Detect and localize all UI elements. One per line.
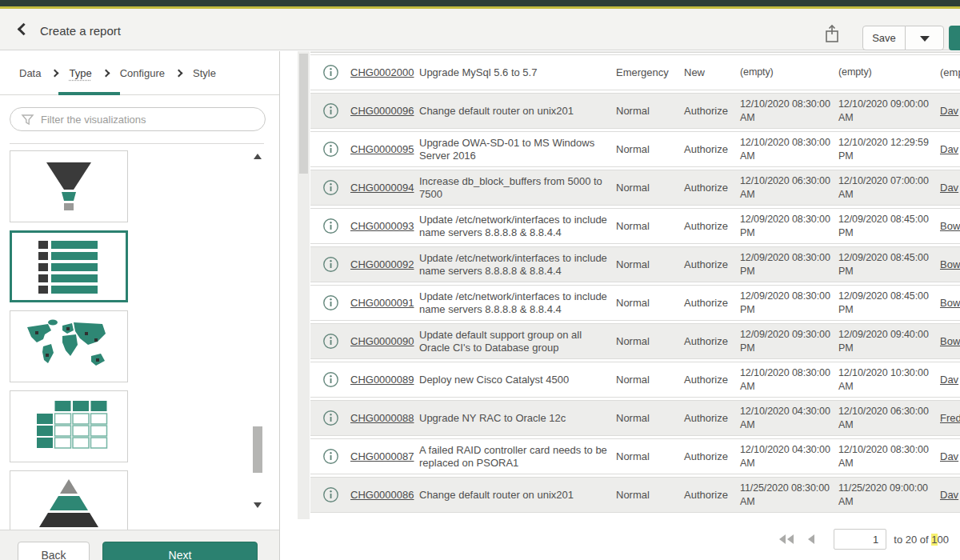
chevron-left-icon [18,23,30,36]
info-icon[interactable] [322,371,339,388]
previous-page-button[interactable] [806,534,814,544]
wizard-steps-row: DataTypeConfigureStyle [0,51,279,95]
assigned-to-link[interactable]: Dav [940,489,958,501]
chevron-right-icon [175,69,183,77]
state-cell: Authorize [684,220,740,232]
scroll-up-icon[interactable] [254,150,262,159]
short-description-cell: Update /etc/network/interfaces to includ… [419,290,616,316]
short-description-cell: Change default router on unix201 [419,489,616,502]
page-number-input[interactable] [834,529,886,550]
preview-scrollbar[interactable] [298,51,310,519]
info-icon[interactable] [322,333,339,350]
scroll-down-icon[interactable] [254,502,262,512]
end-date-cell: 11/25/2020 09:00:00AM [838,482,940,509]
record-number-link[interactable]: CHG0000093 [350,220,414,232]
assigned-to-link[interactable]: Dav [940,143,958,155]
wizard-step-data[interactable]: Data [19,67,41,79]
row-range-label: to 20 of 100 [894,534,949,546]
state-cell: New [684,66,740,78]
record-number-link[interactable]: CHG0000087 [350,450,414,462]
end-date-cell: 12/10/2020 08:30:00AM [838,443,940,470]
state-cell: Authorize [684,412,740,424]
record-number-link[interactable]: CHG0000086 [350,489,414,501]
assigned-to-link[interactable]: Dav [940,105,958,117]
wizard-step-configure[interactable]: Configure [120,67,165,79]
share-button[interactable] [821,23,843,46]
save-button[interactable]: Save [862,26,906,50]
run-button-cropped[interactable] [949,26,960,50]
world-map-icon [21,314,117,378]
assigned-to-link[interactable]: Dav [940,374,958,386]
wizard-next-button[interactable]: Next [102,542,258,560]
chevron-right-icon [102,69,110,77]
clipped-row-above [310,51,960,53]
short-description-cell: Upgrade NY RAC to Oracle 12c [419,412,616,425]
gallery-scrollbar[interactable] [251,148,265,523]
priority-cell: Normal [616,258,684,270]
assigned-to-link[interactable]: Dav [940,450,958,462]
page-header: Create a report Save [0,9,960,50]
back-button[interactable] [13,20,34,41]
previous-page-icon [808,534,814,544]
assigned-to-link[interactable]: Bow [940,258,960,270]
wizard-step-style[interactable]: Style [193,67,216,79]
assigned-to-link[interactable]: Bow [940,220,960,232]
priority-cell: Normal [616,297,684,309]
info-icon[interactable] [322,179,339,196]
browser-top-bar [0,0,960,6]
table-row: CHG0000088Upgrade NY RAC to Oracle 12cNo… [310,400,960,436]
assigned-to-link[interactable]: Fred [940,412,960,424]
wizard-back-button[interactable]: Back [18,542,90,560]
assigned-to-cell: Bow [940,258,960,270]
info-icon[interactable] [322,256,339,273]
scrollbar-thumb[interactable] [253,426,262,473]
record-number-link[interactable]: CHG0000088 [350,412,414,424]
viz-thumbnail-heatmap[interactable] [10,390,128,462]
assigned-to-cell: (empty) [940,66,960,78]
assigned-to-link[interactable]: Bow [940,297,960,309]
state-cell: Authorize [684,258,740,270]
priority-cell: Emergency [616,66,684,78]
first-page-button[interactable] [778,534,794,544]
start-date-cell: 12/09/2020 09:30:00PM [740,328,838,355]
record-number-link[interactable]: CHG0000091 [350,297,414,309]
filter-visualizations-input[interactable] [10,107,266,131]
viz-thumbnail-bar-list[interactable] [10,230,128,302]
info-icon[interactable] [322,486,339,503]
info-icon[interactable] [322,64,339,81]
wizard-step-type[interactable]: Type [69,67,91,79]
info-icon[interactable] [322,141,339,158]
table-row: CHG0000092Update /etc/network/interfaces… [310,246,960,282]
assigned-to-link[interactable]: Bow [940,335,960,347]
record-number-link[interactable]: CHG0000089 [350,374,414,386]
table-row: CHG0000095Upgrade OWA-SD-01 to MS Window… [310,131,960,167]
info-icon[interactable] [322,294,339,311]
visualization-filter [10,107,266,131]
chevron-right-icon [51,69,59,77]
record-number-link[interactable]: CHG0000092 [350,258,414,270]
record-number-link[interactable]: CHG0000095 [350,143,414,155]
record-number-link[interactable]: CHG0000096 [350,105,414,117]
breadcrumb: DataTypeConfigureStyle [19,51,216,94]
wizard-footer: Back Next [0,530,279,560]
start-date-cell: 12/10/2020 04:30:00AM [740,405,838,432]
viz-thumbnail-pyramid[interactable] [10,470,128,530]
save-menu-button[interactable] [905,26,944,50]
viz-thumbnail-funnel[interactable] [10,150,128,222]
short-description-cell: Increase db_block_buffers from 5000 to 7… [419,175,616,201]
priority-cell: Normal [616,220,684,232]
short-description-cell: Update default support group on all Orac… [419,329,616,354]
info-icon[interactable] [322,448,339,465]
preview-scrollbar-thumb[interactable] [299,54,308,174]
info-icon[interactable] [322,102,339,119]
info-icon[interactable] [322,218,339,234]
viz-thumbnail-world-map[interactable] [10,310,128,382]
assigned-to-link[interactable]: Dav [940,182,958,194]
first-page-icon [779,534,786,544]
table-row: CHG0002000Upgrade MySql 5.6 to 5.7Emerge… [310,54,960,90]
record-number-link[interactable]: CHG0000094 [350,182,414,194]
priority-cell: Normal [616,143,684,155]
info-icon[interactable] [322,410,339,426]
record-number-link[interactable]: CHG0002000 [350,66,414,78]
record-number-link[interactable]: CHG0000090 [350,335,414,347]
